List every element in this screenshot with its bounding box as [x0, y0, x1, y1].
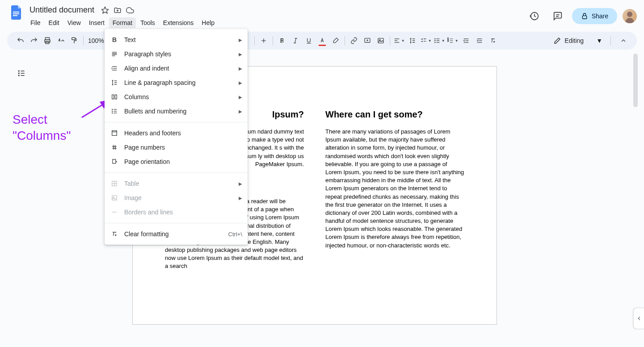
menu-file[interactable]: File — [27, 17, 44, 28]
align-icon — [110, 64, 119, 73]
redo-button[interactable] — [28, 34, 40, 47]
add-comment-button[interactable] — [361, 34, 374, 47]
svg-rect-57 — [115, 95, 117, 99]
column-2: Where can I get some? There are many var… — [325, 109, 464, 281]
menu-edit[interactable]: Edit — [45, 17, 63, 28]
title-area: Untitled document File Edit View Insert … — [27, 4, 526, 29]
menu-insert[interactable]: Insert — [85, 17, 108, 28]
insert-image-button[interactable] — [375, 34, 387, 47]
zoom-select[interactable]: 100% — [86, 37, 106, 44]
spacing-icon — [110, 78, 119, 87]
cloud-icon[interactable] — [126, 6, 135, 15]
italic-button[interactable] — [289, 34, 302, 47]
decrease-indent-button[interactable] — [460, 34, 472, 47]
columns-icon — [110, 92, 119, 101]
svg-rect-70 — [112, 196, 117, 201]
svg-point-27 — [435, 40, 435, 41]
print-button[interactable] — [41, 34, 54, 47]
chevron-left-icon — [636, 315, 642, 322]
bold-button[interactable] — [276, 34, 288, 47]
orientation-icon — [110, 157, 119, 166]
format-text[interactable]: B Text ▶ — [105, 33, 248, 47]
document-title[interactable]: Untitled document — [27, 4, 97, 16]
paint-format-button[interactable] — [68, 34, 80, 47]
bullet-list-button[interactable]: ▼ — [433, 34, 446, 47]
svg-rect-0 — [13, 12, 19, 13]
svg-point-26 — [435, 38, 435, 39]
format-align-indent[interactable]: Align and indent ▶ — [105, 61, 248, 75]
image-icon — [110, 193, 119, 202]
header-icon — [110, 129, 119, 138]
bullets-icon — [110, 107, 119, 116]
checklist-button[interactable]: ▼ — [420, 34, 432, 47]
line-spacing-button[interactable] — [406, 34, 419, 47]
collapse-toolbar-button[interactable] — [617, 34, 630, 47]
table-icon — [110, 179, 119, 188]
svg-point-28 — [435, 42, 435, 42]
format-bullets-numbering[interactable]: Bullets and numbering ▶ — [105, 104, 248, 118]
numbered-list-button[interactable]: 12▼ — [446, 34, 459, 47]
menu-view[interactable]: View — [64, 17, 84, 28]
svg-line-16 — [295, 38, 296, 43]
side-panel-toggle[interactable] — [633, 308, 644, 329]
format-line-spacing[interactable]: Line & paragraph spacing ▶ — [105, 75, 248, 90]
svg-rect-56 — [112, 95, 114, 99]
format-paragraph-styles[interactable]: Paragraph styles ▶ — [105, 47, 248, 61]
format-page-numbers[interactable]: Page numbers — [105, 140, 248, 155]
undo-button[interactable] — [14, 34, 27, 47]
chevron-down-icon: ▼ — [596, 37, 602, 44]
menu-tools[interactable]: Tools — [137, 17, 159, 28]
editing-mode-button[interactable]: Editing ▼ — [548, 35, 608, 46]
increase-indent-button[interactable] — [473, 34, 486, 47]
paragraph: There are many variations of passages of… — [325, 128, 464, 250]
svg-rect-11 — [72, 38, 76, 40]
pencil-icon — [554, 37, 561, 44]
clear-format-button[interactable] — [487, 34, 499, 47]
comment-icon[interactable] — [549, 7, 567, 25]
chevron-right-icon: ▶ — [239, 196, 242, 201]
highlight-button[interactable] — [329, 34, 342, 47]
share-label: Share — [592, 13, 608, 20]
docs-logo[interactable] — [7, 4, 25, 21]
svg-rect-2 — [13, 15, 17, 16]
borders-icon — [110, 208, 119, 217]
text-color-button[interactable] — [316, 34, 328, 47]
spellcheck-button[interactable] — [55, 34, 67, 47]
align-button[interactable]: ▼ — [393, 34, 405, 47]
canvas-area: Ipsum? mmy text of the ustry. Lorem Ipsu… — [5, 53, 639, 347]
star-icon[interactable] — [101, 6, 109, 15]
move-icon[interactable] — [113, 6, 122, 15]
svg-point-43 — [18, 71, 19, 71]
svg-point-60 — [112, 113, 113, 113]
svg-point-58 — [112, 109, 113, 109]
link-button[interactable] — [348, 34, 360, 47]
editing-label: Editing — [564, 37, 584, 44]
menu-format[interactable]: Format — [109, 17, 136, 28]
vertical-scrollbar[interactable] — [633, 53, 638, 347]
history-icon[interactable] — [526, 7, 543, 25]
format-headers-footers[interactable]: Headers and footers — [105, 126, 248, 140]
svg-rect-6 — [582, 16, 586, 19]
svg-rect-64 — [112, 131, 117, 136]
share-button[interactable]: Share — [572, 8, 617, 24]
svg-point-71 — [113, 196, 114, 198]
format-columns[interactable]: Columns ▶ — [105, 90, 248, 104]
menu-help[interactable]: Help — [198, 17, 218, 28]
clear-icon — [110, 230, 119, 238]
format-clear-formatting[interactable]: Clear formatting Ctrl+\ — [105, 227, 248, 241]
outline-toggle-button[interactable] — [14, 66, 29, 80]
chevron-right-icon: ▶ — [239, 52, 242, 57]
plus-button[interactable] — [257, 34, 270, 47]
menu-extensions[interactable]: Extensions — [160, 17, 197, 28]
format-table: Table ▶ — [105, 176, 248, 191]
toolbar: 100% ▼ ▼ ▼ 12▼ Editing ▼ — [7, 32, 637, 50]
svg-point-45 — [18, 75, 19, 76]
avatar[interactable] — [623, 9, 637, 23]
underline-button[interactable] — [303, 34, 315, 47]
svg-text:2: 2 — [447, 40, 449, 42]
format-page-orientation[interactable]: Page orientation — [105, 155, 248, 169]
chevron-right-icon: ▶ — [239, 109, 242, 114]
paragraph-icon — [110, 50, 119, 59]
chevron-right-icon: ▶ — [239, 80, 242, 85]
header: Untitled document File Edit View Insert … — [0, 0, 644, 29]
